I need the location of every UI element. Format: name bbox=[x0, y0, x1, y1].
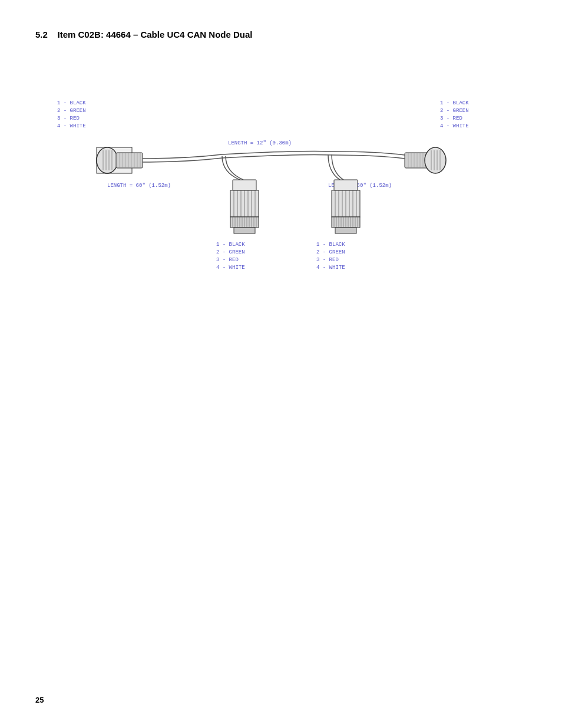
svg-point-13 bbox=[97, 147, 118, 173]
svg-text:3 - RED: 3 - RED bbox=[216, 257, 239, 263]
svg-text:4 - WHITE: 4 - WHITE bbox=[216, 265, 245, 271]
svg-text:4 - WHITE: 4 - WHITE bbox=[57, 123, 86, 129]
svg-text:LENGTH = 12" (0.30m): LENGTH = 12" (0.30m) bbox=[228, 140, 292, 146]
svg-text:1 - BLACK: 1 - BLACK bbox=[216, 242, 245, 248]
svg-text:3 - RED: 3 - RED bbox=[316, 257, 339, 263]
svg-text:2 - GREEN: 2 - GREEN bbox=[216, 249, 245, 255]
svg-rect-62 bbox=[234, 228, 255, 233]
svg-point-36 bbox=[425, 147, 446, 173]
svg-text:4 - WHITE: 4 - WHITE bbox=[316, 265, 345, 271]
svg-text:3 - RED: 3 - RED bbox=[440, 116, 462, 121]
svg-text:2 - GREEN: 2 - GREEN bbox=[440, 108, 469, 114]
svg-rect-41 bbox=[233, 180, 256, 190]
section-title: 5.2 Item C02B: 44664 – Cable UC4 CAN Nod… bbox=[35, 29, 527, 39]
svg-rect-63 bbox=[334, 180, 358, 190]
svg-text:1 - BLACK: 1 - BLACK bbox=[316, 242, 345, 248]
svg-rect-18 bbox=[116, 153, 143, 168]
svg-text:4 - WHITE: 4 - WHITE bbox=[440, 123, 469, 129]
svg-text:2 - GREEN: 2 - GREEN bbox=[316, 249, 345, 255]
svg-text:1 - BLACK: 1 - BLACK bbox=[440, 100, 469, 106]
svg-text:1 - BLACK: 1 - BLACK bbox=[57, 100, 86, 106]
svg-text:3 - RED: 3 - RED bbox=[57, 116, 80, 121]
svg-text:LENGTH = 60" (1.52m): LENGTH = 60" (1.52m) bbox=[107, 183, 171, 189]
section-number: 5.2 bbox=[35, 29, 48, 39]
svg-text:2 - GREEN: 2 - GREEN bbox=[57, 108, 86, 114]
page: 5.2 Item C02B: 44664 – Cable UC4 CAN Nod… bbox=[0, 0, 562, 728]
diagram-svg: 1 - BLACK 2 - GREEN 3 - RED 4 - WHITE 1 … bbox=[39, 51, 523, 299]
section-heading: Item C02B: 44664 – Cable UC4 CAN Node Du… bbox=[58, 29, 253, 39]
svg-rect-84 bbox=[335, 228, 356, 233]
page-number: 25 bbox=[35, 696, 44, 704]
diagram-area: 1 - BLACK 2 - GREEN 3 - RED 4 - WHITE 1 … bbox=[39, 51, 523, 299]
